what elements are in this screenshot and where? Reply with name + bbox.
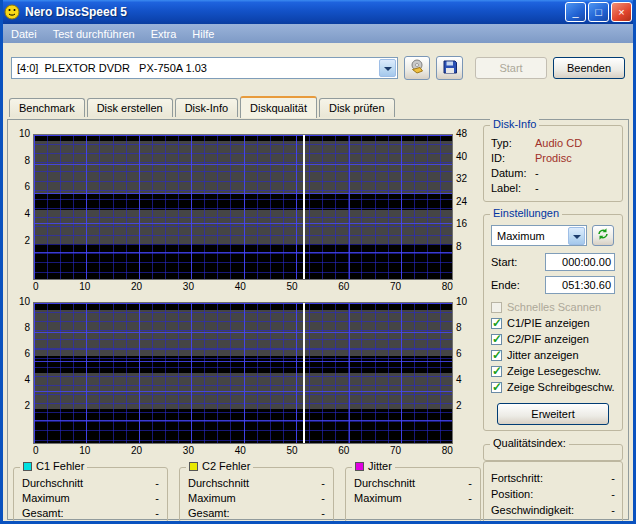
settings-title: Einstellungen: [490, 207, 562, 219]
chart-top-x-axis: 01020304050607080: [33, 280, 453, 293]
disk-info-row: ID: Prodisc: [491, 151, 615, 166]
chart-band: [34, 310, 452, 356]
c2-fehler-title: C2 Fehler: [186, 460, 253, 472]
disk-info-row: Label: -: [491, 181, 615, 196]
end-time-label: Ende:: [491, 279, 520, 291]
tab-disk-pruefen[interactable]: Disk prüfen: [319, 98, 395, 117]
menu-test-durchfuehren[interactable]: Test durchführen: [53, 28, 135, 40]
y-axis-label: 8: [456, 242, 462, 252]
y-axis-label: 8: [456, 323, 462, 333]
minimize-button[interactable]: _: [565, 2, 586, 22]
jitter-color-swatch-icon: [355, 462, 364, 471]
y-axis-label: 4: [24, 209, 30, 219]
checkbox-c1-pie-anzeigen[interactable]: C1/PIE anzeigen: [491, 315, 615, 331]
speed-select-row: Maximum: [491, 225, 615, 246]
y-axis-label: 6: [24, 349, 30, 359]
y-axis-label: 32: [456, 174, 467, 184]
jitter-box: Jitter Durchschnitt- Maximum-: [345, 467, 481, 523]
checkbox-jitter-anzeigen[interactable]: Jitter anzeigen: [491, 347, 615, 363]
checkbox-checked-icon: [491, 350, 502, 361]
end-time-field[interactable]: 051:30.60: [545, 276, 615, 294]
close-button[interactable]: ×: [611, 2, 632, 22]
maximize-button[interactable]: □: [588, 2, 609, 22]
menubar: Datei Test durchführen Extra Hilfe: [3, 24, 633, 43]
x-axis-label: 50: [286, 281, 297, 293]
settings-group: Einstellungen Maximum Start: 000:00.00: [483, 214, 623, 431]
app-icon: [4, 4, 20, 20]
disk-info-title: Disk-Info: [490, 118, 539, 130]
legend-row-item: Gesamt:-: [188, 506, 325, 521]
checkbox-zeige-schreibgeschw[interactable]: Zeige Schreibgeschw.: [491, 379, 615, 395]
advanced-row: Erweitert: [491, 403, 615, 425]
start-time-field[interactable]: 000:00.00: [545, 253, 615, 271]
checkbox-zeige-lesegeschw[interactable]: Zeige Lesegeschw.: [491, 363, 615, 379]
menu-hilfe[interactable]: Hilfe: [192, 28, 214, 40]
right-sidebar: Disk-Info Typ: Audio CD ID: Prodisc Datu…: [483, 125, 623, 514]
status-row: Fortschritt: -: [491, 470, 615, 486]
disk-label-value: -: [535, 181, 615, 196]
x-axis-label: 20: [131, 281, 142, 293]
x-axis-label: 30: [183, 281, 194, 293]
y-axis-label: 6: [456, 349, 462, 359]
legend-row-item: Durchschnitt-: [188, 476, 325, 491]
chart-band: [34, 210, 452, 245]
speed-selector[interactable]: Maximum: [491, 225, 587, 246]
x-axis-label: 50: [286, 445, 297, 457]
x-axis-label: 80: [442, 445, 453, 457]
save-button[interactable]: [436, 56, 463, 80]
disk-info-group: Disk-Info Typ: Audio CD ID: Prodisc Datu…: [483, 125, 623, 202]
tab-disk-info[interactable]: Disk-Info: [175, 98, 238, 117]
chart-band: [34, 141, 452, 194]
error-chart-bottom: 108642 108642 01020304050607080: [13, 302, 481, 457]
drive-selector[interactable]: [4:0] PLEXTOR DVDR PX-750A 1.03: [11, 57, 398, 79]
chart-bottom-y-axis-left: 108642: [13, 302, 33, 416]
chart-bottom-plot: [33, 302, 453, 444]
legend-row-item: Maximum-: [188, 491, 325, 506]
eject-button[interactable]: [404, 56, 431, 80]
y-axis-label: 6: [24, 182, 30, 192]
checkbox-checked-icon: [491, 366, 502, 377]
checkbox-checked-icon: [491, 334, 502, 345]
y-axis-label: 2: [24, 401, 30, 411]
legend-row: C1 Fehler Durchschnitt- Maximum- Gesamt:…: [13, 467, 481, 523]
start-button[interactable]: Start: [475, 57, 547, 79]
c1-fehler-title: C1 Fehler: [20, 460, 87, 472]
disk-info-row: Datum: -: [491, 166, 615, 181]
x-axis-label: 40: [235, 445, 246, 457]
app-window: Nero DiscSpeed 5 _ □ × Datei Test durchf…: [0, 0, 636, 524]
error-chart-top: 108642 48403224168 01020304050607080: [13, 134, 481, 293]
speed-label: Geschwindigkeit:: [491, 502, 574, 518]
advanced-button[interactable]: Erweitert: [497, 403, 609, 425]
y-axis-label: 10: [456, 297, 467, 307]
chevron-down-icon[interactable]: [568, 227, 585, 245]
c2-fehler-box: C2 Fehler Durchschnitt- Maximum- Gesamt:…: [179, 467, 334, 523]
x-axis-label: 0: [33, 445, 39, 457]
start-time-row: Start: 000:00.00: [491, 253, 615, 271]
tab-diskqualitaet[interactable]: Diskqualität: [240, 96, 317, 118]
legend-row-item: Durchschnitt-: [354, 476, 472, 491]
status-group: Fortschritt: - Position: - Geschwindigke…: [483, 461, 623, 524]
checkbox-checked-icon: [491, 382, 502, 393]
y-axis-label: 40: [456, 152, 467, 162]
checkbox-c2-pif-anzeigen[interactable]: C2/PIF anzeigen: [491, 331, 615, 347]
tab-disk-erstellen[interactable]: Disk erstellen: [87, 98, 173, 117]
menu-extra[interactable]: Extra: [151, 28, 177, 40]
progress-value: -: [611, 470, 615, 486]
menu-datei[interactable]: Datei: [11, 28, 37, 40]
charts-area: 108642 48403224168 01020304050607080 108…: [13, 125, 481, 514]
refresh-button[interactable]: [592, 225, 614, 246]
y-axis-label: 24: [456, 197, 467, 207]
tab-benchmark[interactable]: Benchmark: [9, 98, 85, 117]
y-axis-label: 8: [24, 156, 30, 166]
chevron-down-icon[interactable]: [379, 59, 396, 77]
x-axis-label: 10: [79, 281, 90, 293]
titlebar: Nero DiscSpeed 5 _ □ ×: [0, 0, 636, 24]
x-axis-label: 30: [183, 445, 194, 457]
c1-fehler-box: C1 Fehler Durchschnitt- Maximum- Gesamt:…: [13, 467, 168, 523]
chart-top-y-axis-right: 48403224168: [453, 134, 479, 257]
quit-button[interactable]: Beenden: [553, 57, 625, 79]
checkbox-checked-icon: [491, 318, 502, 329]
legend-row-item: Durchschnitt-: [22, 476, 159, 491]
chart-top-plot: [33, 134, 453, 280]
diskqualitaet-panel: 108642 48403224168 01020304050607080 108…: [7, 119, 629, 520]
